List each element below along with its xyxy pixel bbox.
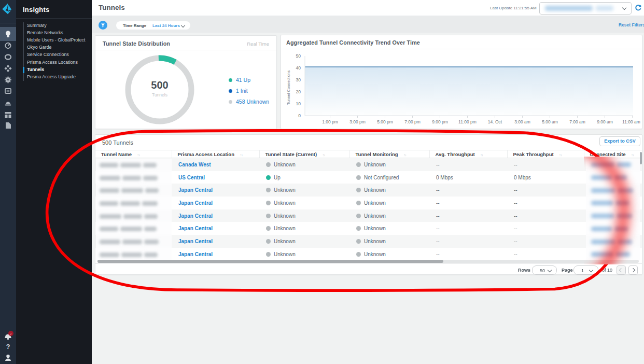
svg-text:50: 50 bbox=[296, 53, 301, 59]
svg-text:7:00 pm: 7:00 pm bbox=[404, 119, 421, 124]
svg-text:?: ? bbox=[6, 343, 10, 351]
svg-text:3:00 pm: 3:00 pm bbox=[349, 119, 366, 124]
svg-text:5:00 pm: 5:00 pm bbox=[377, 119, 393, 124]
svg-text:0: 0 bbox=[298, 113, 301, 118]
svg-text:1:00 pm: 1:00 pm bbox=[322, 119, 338, 124]
svg-text:7:00 am: 7:00 am bbox=[569, 119, 585, 124]
svg-text:Tunnel Connections: Tunnel Connections bbox=[286, 71, 291, 105]
svg-text:5:00 am: 5:00 am bbox=[542, 119, 558, 124]
svg-text:Tunnels: Tunnels bbox=[152, 92, 167, 97]
svg-text:500: 500 bbox=[151, 79, 168, 91]
svg-text:11:00 pm: 11:00 pm bbox=[458, 119, 477, 124]
svg-text:40: 40 bbox=[296, 65, 301, 71]
svg-text:10: 10 bbox=[296, 101, 301, 106]
svg-text:14. Oct: 14. Oct bbox=[488, 119, 502, 124]
svg-text:20: 20 bbox=[296, 89, 301, 94]
svg-text:9:00 am: 9:00 am bbox=[597, 119, 613, 124]
svg-text:3:00 am: 3:00 am bbox=[514, 119, 530, 124]
svg-text:11:00 am: 11:00 am bbox=[622, 119, 640, 124]
svg-text:30: 30 bbox=[296, 77, 301, 82]
svg-text:9:00 pm: 9:00 pm bbox=[432, 119, 448, 124]
